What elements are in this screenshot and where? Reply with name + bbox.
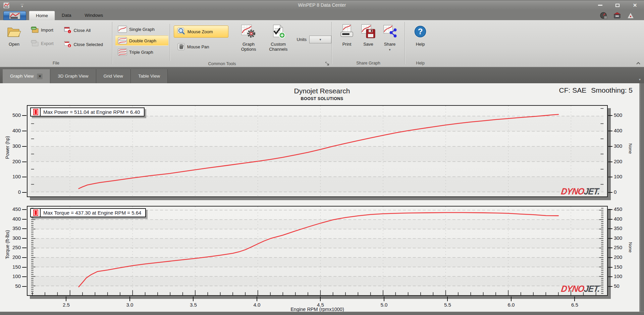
tab-3d-graph-view[interactable]: 3D Graph View <box>50 69 96 83</box>
import-button[interactable]: CSV Import <box>29 26 56 34</box>
y-tick-label: 400 <box>614 128 628 133</box>
share-icon <box>382 23 397 40</box>
help-group-label: Help <box>405 60 435 67</box>
print-button[interactable]: Print <box>337 22 356 47</box>
mouse-zoom-button[interactable]: Mouse Zoom <box>174 26 228 38</box>
mouse-pan-button[interactable]: Mouse Pan <box>174 41 228 52</box>
share-label: Share <box>384 42 396 47</box>
double-graph-button[interactable]: Double Graph <box>115 36 168 46</box>
y-tick-label: 350 <box>614 225 628 231</box>
open-button[interactable]: Open <box>5 22 23 47</box>
y-tick-mark <box>608 238 612 239</box>
close-selected-button[interactable]: x Close Selected <box>62 40 105 49</box>
close-tab-icon[interactable]: ✕ <box>37 74 43 79</box>
torque-legend-text: Max Torque = 437.30 at Engine RPM = 5.64 <box>41 209 145 217</box>
y-tick-mark <box>22 177 26 177</box>
gauge-icon[interactable] <box>600 11 608 19</box>
export-button[interactable]: CSV Export <box>29 39 56 48</box>
torque-chart-plot[interactable] <box>27 206 608 296</box>
y-tick-mark <box>22 267 26 268</box>
tab-3d-graph-view-label: 3D Graph View <box>58 69 88 83</box>
save-label: Save <box>363 42 373 47</box>
x-axis-label: Engine RPM (rpmx1000) <box>27 307 608 312</box>
y-tick-mark <box>22 162 26 162</box>
tab-overflow-icon[interactable]: ▾ <box>639 78 641 81</box>
close-all-button[interactable]: • Close All <box>62 26 105 35</box>
save-button[interactable]: Save <box>359 22 378 47</box>
svg-text:•: • <box>69 30 70 33</box>
correction-factor: CF: SAE <box>559 86 587 94</box>
y-tick-mark <box>22 115 26 116</box>
window-frame-bottom <box>0 312 644 315</box>
save-icon <box>361 23 376 40</box>
collapse-ribbon-icon[interactable] <box>636 61 641 65</box>
x-tick-mark <box>574 297 575 301</box>
single-graph-icon <box>118 26 127 33</box>
minimize-button[interactable] <box>597 3 603 8</box>
share-button[interactable]: Share ▾ <box>380 22 399 53</box>
correction-smoothing-info: CF: SAESmoothing: 5 <box>559 86 633 94</box>
x-tick-mark <box>66 297 66 301</box>
chart-subtitle: BOOST SOLUTIONS <box>0 96 644 101</box>
ribbon-tab-home[interactable]: Home <box>29 11 55 20</box>
file-group-label: File <box>0 60 112 67</box>
y-tick-mark <box>22 131 26 131</box>
y-tick-mark <box>608 248 612 248</box>
x-tick-mark <box>257 297 257 301</box>
graph-options-button[interactable]: Graph Options <box>235 22 262 52</box>
legend-key <box>31 209 41 217</box>
application-menu-button[interactable] <box>3 11 26 20</box>
x-tick-mark <box>129 297 130 301</box>
help-icon: ? <box>413 23 427 40</box>
ribbon-tab-windows[interactable]: Windows <box>78 11 110 20</box>
share-dropdown-icon[interactable]: ▾ <box>389 47 391 52</box>
power-series-swatch <box>35 110 37 114</box>
x-tick-mark <box>193 297 194 301</box>
units-label: Units <box>297 37 307 42</box>
y-tick-label: 100 <box>614 273 628 279</box>
y-tick-label: 400 <box>614 216 628 222</box>
y-tick-mark <box>608 286 612 287</box>
y-tick-label: 500 <box>7 112 21 118</box>
print-label: Print <box>342 42 352 47</box>
y-tick-mark <box>22 209 26 210</box>
x-tick-mark <box>320 297 321 301</box>
export-label: Export <box>41 41 54 46</box>
tab-graph-view[interactable]: Graph View ✕ <box>3 69 50 83</box>
mouse-zoom-label: Mouse Zoom <box>187 29 213 34</box>
help-label: Help <box>416 42 425 47</box>
x-tick-mark <box>511 297 512 301</box>
units-dropdown[interactable]: ▾ <box>309 36 331 43</box>
tab-grid-view[interactable]: Grid View <box>96 69 131 83</box>
dynojet-logo: DYNOJET. <box>560 284 600 294</box>
ribbon: Open CSV Import <box>0 20 644 67</box>
maximize-button[interactable] <box>614 3 621 8</box>
y-tick-mark <box>608 115 612 116</box>
svg-text:?: ? <box>418 27 423 36</box>
help-button[interactable]: ? Help <box>411 22 429 47</box>
graph-view-panel: Dynojet Research BOOST SOLUTIONS CF: SAE… <box>0 83 644 312</box>
y-tick-label: 50 <box>614 283 628 289</box>
y-tick-mark <box>608 192 612 193</box>
y-tick-mark <box>608 146 612 147</box>
y-tick-label: 150 <box>7 264 21 270</box>
power-chart-plot[interactable] <box>27 105 608 197</box>
y-tick-label: 300 <box>7 235 21 241</box>
torque-series-swatch <box>35 211 37 215</box>
y-tick-label: 300 <box>614 235 628 241</box>
dialog-launcher-icon[interactable] <box>325 62 329 66</box>
triple-graph-button[interactable]: Triple Graph <box>115 47 168 57</box>
close-button[interactable]: ✕ <box>632 3 638 8</box>
y-tick-mark <box>22 276 26 277</box>
dyno-device-icon[interactable] <box>613 11 621 19</box>
single-graph-button[interactable]: Single Graph <box>115 24 168 34</box>
warning-triangle-icon[interactable] <box>627 11 635 19</box>
ribbon-tab-data[interactable]: Data <box>55 11 78 20</box>
custom-channels-button[interactable]: Custom Channels <box>264 22 292 52</box>
close-all-label: Close All <box>74 28 91 33</box>
torque-right-axis-label: None <box>628 242 633 253</box>
y-tick-mark <box>608 276 612 277</box>
y-tick-label: 100 <box>7 174 21 179</box>
y-tick-mark <box>22 248 26 248</box>
tab-table-view[interactable]: Table View <box>131 69 168 83</box>
